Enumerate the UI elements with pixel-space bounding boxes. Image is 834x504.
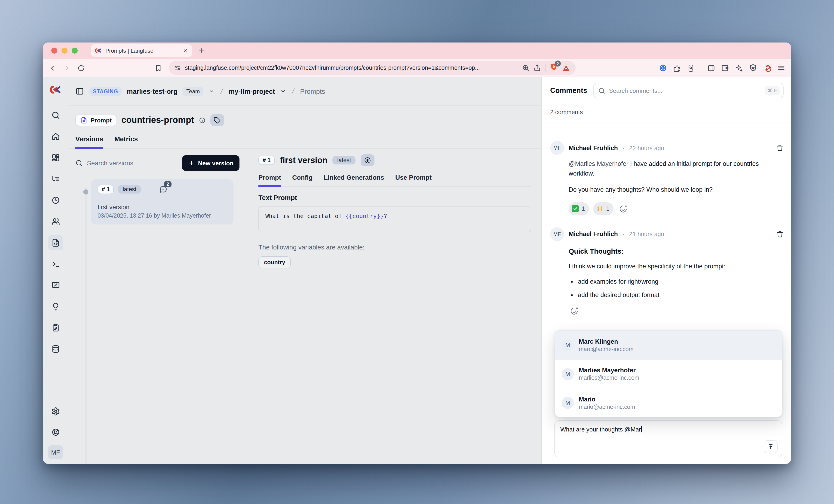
page-title: countries-prompt bbox=[122, 115, 194, 125]
sidebar-item-tracing[interactable] bbox=[48, 171, 63, 187]
user-avatar[interactable]: MF bbox=[48, 445, 63, 459]
tab-metrics[interactable]: Metrics bbox=[114, 135, 138, 149]
add-reaction-icon[interactable] bbox=[570, 307, 578, 315]
add-reaction-icon[interactable] bbox=[619, 205, 628, 213]
tab-linked-generations[interactable]: Linked Generations bbox=[324, 174, 384, 187]
mention-option[interactable]: M Marlies Mayerhofer marlies@acme-inc.co… bbox=[555, 360, 782, 389]
mention-link[interactable]: @Marlies Mayerhofer bbox=[569, 160, 629, 167]
check-mark-emoji bbox=[572, 205, 579, 212]
version-card[interactable]: # 1 latest 2 first version 03/04/2025, 1… bbox=[91, 179, 234, 225]
minimize-window-button[interactable] bbox=[62, 48, 67, 53]
org-role-badge: Team bbox=[183, 87, 204, 95]
vpn-shield-icon[interactable] bbox=[749, 64, 757, 72]
separator-dot: · bbox=[622, 144, 624, 151]
close-window-button[interactable] bbox=[51, 48, 57, 53]
browser-window: Prompts | Langfuse staging.langfuse.com/… bbox=[43, 43, 791, 464]
sidebar-item-evaluation[interactable] bbox=[48, 299, 63, 314]
tag-button[interactable] bbox=[210, 114, 224, 126]
reaction-check[interactable]: 1 bbox=[569, 202, 589, 215]
sidebar-item-annotation[interactable] bbox=[48, 320, 63, 336]
submit-comment-button[interactable] bbox=[764, 440, 777, 453]
sidebar-item-support[interactable] bbox=[48, 425, 63, 440]
tab-use-prompt[interactable]: Use Prompt bbox=[395, 174, 432, 187]
breadcrumb-project[interactable]: my-llm-project bbox=[228, 88, 275, 95]
sidebar-item-prompts[interactable] bbox=[48, 235, 63, 250]
sidebar-item-sessions[interactable] bbox=[48, 193, 63, 208]
version-timeline bbox=[86, 187, 86, 464]
extensions-puzzle-icon[interactable] bbox=[673, 64, 681, 72]
arrow-up-to-line-icon bbox=[767, 443, 774, 450]
version-comments-indicator[interactable]: 2 bbox=[159, 185, 168, 193]
langfuse-logo[interactable] bbox=[49, 77, 62, 101]
sidebar-item-datasets[interactable] bbox=[48, 341, 63, 357]
text-prompt-heading: Text Prompt bbox=[259, 194, 531, 201]
mention-dropdown: M Marc Klingen marc@acme-inc.com M Marli… bbox=[555, 330, 782, 417]
tab-prompt[interactable]: Prompt bbox=[259, 174, 281, 187]
gear-icon bbox=[51, 407, 60, 416]
promote-version-button[interactable] bbox=[361, 154, 375, 166]
search-shortcut-hint: ⌘ F bbox=[765, 86, 780, 95]
prompt-type-label: Prompt bbox=[91, 117, 112, 123]
breadcrumb-separator: / bbox=[291, 87, 295, 95]
maximize-window-button[interactable] bbox=[72, 48, 78, 53]
sidebar-panel-icon[interactable] bbox=[707, 64, 715, 72]
sidebar-item-scores[interactable] bbox=[48, 278, 63, 293]
back-button[interactable] bbox=[48, 64, 57, 72]
close-tab-icon[interactable] bbox=[183, 48, 188, 53]
leo-sparkles-icon[interactable] bbox=[735, 64, 743, 72]
plus-icon bbox=[189, 160, 195, 166]
url-bar[interactable]: staging.langfuse.com/project/cm22fk0w700… bbox=[169, 61, 575, 75]
sidebar-item-settings[interactable] bbox=[48, 404, 63, 419]
delete-comment-icon[interactable] bbox=[776, 144, 784, 152]
tab-versions[interactable]: Versions bbox=[75, 135, 103, 149]
browser-tab[interactable]: Prompts | Langfuse bbox=[91, 44, 192, 57]
sidebar-item-playground[interactable] bbox=[48, 256, 63, 272]
brave-shield-icon[interactable]: 2 bbox=[550, 63, 558, 73]
search-versions-input[interactable]: Search versions bbox=[75, 159, 178, 167]
main-content: STAGING marlies-test-org Team / my-llm-p… bbox=[68, 77, 541, 464]
breadcrumb-separator: / bbox=[220, 87, 224, 95]
wallet-icon[interactable] bbox=[721, 64, 729, 72]
avatar: M bbox=[562, 339, 574, 351]
lightbulb-icon bbox=[51, 302, 60, 311]
sidebar-item-users[interactable] bbox=[48, 214, 63, 229]
zoom-in-icon[interactable] bbox=[522, 64, 529, 72]
new-version-button[interactable]: New version bbox=[182, 155, 240, 171]
reload-button[interactable] bbox=[77, 64, 85, 72]
recorder-swirl-icon[interactable] bbox=[763, 64, 771, 72]
clock-icon bbox=[51, 196, 60, 205]
sidebar-item-dashboards[interactable] bbox=[48, 150, 63, 165]
share-icon[interactable] bbox=[533, 64, 541, 72]
forward-button[interactable] bbox=[63, 64, 71, 72]
site-settings-icon[interactable] bbox=[174, 65, 181, 71]
tab-config[interactable]: Config bbox=[292, 174, 313, 187]
mention-option[interactable]: M Mario mario@acme-inc.com bbox=[555, 389, 782, 417]
dashed-circle-up-icon bbox=[364, 157, 371, 164]
prompt-variable: {{country}} bbox=[345, 212, 384, 220]
search-comments-input[interactable]: Search comments... ⌘ F bbox=[593, 83, 784, 98]
breadcrumb-org[interactable]: marlies-test-org bbox=[127, 88, 177, 95]
bookmark-icon[interactable] bbox=[154, 64, 162, 72]
new-tab-button[interactable] bbox=[198, 47, 205, 54]
comment-input[interactable]: What are your thoughts @Mar bbox=[554, 420, 782, 457]
mention-option[interactable]: M Marc Klingen marc@acme-inc.com bbox=[555, 331, 782, 360]
sidebar-item-home[interactable] bbox=[48, 129, 63, 144]
versions-column: Search versions New version # 1 bbox=[68, 149, 247, 464]
menu-hamburger-icon[interactable] bbox=[777, 64, 786, 72]
prompt-text-suffix: ? bbox=[384, 212, 387, 220]
chevron-down-icon[interactable] bbox=[280, 88, 286, 94]
tab-title: Prompts | Langfuse bbox=[105, 47, 179, 54]
sidebar-item-search[interactable] bbox=[48, 108, 63, 123]
chevron-down-icon[interactable] bbox=[209, 88, 215, 94]
panel-toggle-icon[interactable] bbox=[75, 87, 84, 96]
comments-panel: Comments Search comments... ⌘ F 2 commen… bbox=[541, 77, 791, 464]
search-icon bbox=[51, 111, 60, 120]
reaction-raised-hands[interactable]: 1 bbox=[593, 202, 613, 215]
info-icon[interactable] bbox=[199, 117, 206, 123]
reader-phone-icon[interactable] bbox=[687, 64, 695, 72]
onepassword-icon[interactable] bbox=[659, 64, 667, 72]
bat-triangle-icon[interactable] bbox=[562, 64, 570, 72]
comments-title: Comments bbox=[550, 86, 587, 95]
comment-time: 22 hours ago bbox=[629, 144, 664, 151]
delete-comment-icon[interactable] bbox=[776, 230, 784, 238]
